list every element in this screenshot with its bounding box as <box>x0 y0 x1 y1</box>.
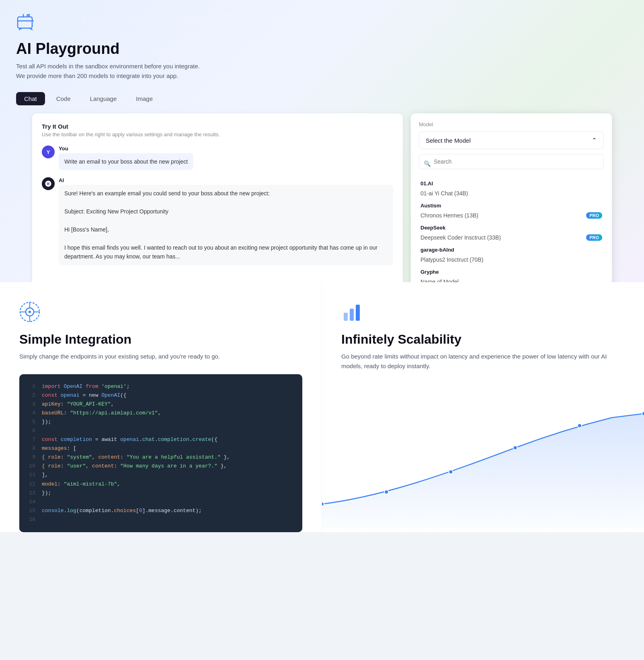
code-line: 14 <box>27 498 294 506</box>
search-icon: 🔍 <box>424 160 431 167</box>
user-message-bubble: Write an email to your boss about the ne… <box>59 153 193 170</box>
page-title: AI Playground <box>16 40 628 57</box>
scalability-title: Infinitely Scalability <box>341 332 625 347</box>
svg-point-14 <box>384 490 388 494</box>
svg-rect-12 <box>356 305 360 321</box>
page-subtitle: Test all API models in the sandbox envir… <box>16 61 628 81</box>
svg-point-13 <box>322 502 324 506</box>
code-line: 2const openai = new OpenAI({ <box>27 391 294 400</box>
scalability-icon <box>341 301 625 324</box>
svg-point-16 <box>513 446 517 450</box>
search-wrapper: 🔍 <box>419 154 604 173</box>
code-line: 13}); <box>27 489 294 498</box>
tab-image[interactable]: Image <box>128 92 161 105</box>
scalability-card: Infinitely Scalability Go beyond rate li… <box>322 282 644 533</box>
tab-language[interactable]: Language <box>82 92 125 105</box>
ai-avatar <box>42 177 55 190</box>
model-item[interactable]: Chronos Hermes (13B)PRO <box>419 209 604 221</box>
pro-badge: PRO <box>586 234 602 241</box>
model-item[interactable]: Name of Model <box>419 276 604 282</box>
model-item[interactable]: 01-ai Yi Chat (34B) <box>419 187 604 199</box>
try-it-sub: Use the toolbar on the right to apply va… <box>42 131 393 137</box>
integration-icon <box>19 301 302 324</box>
chat-area: Try It Out Use the toolbar on the right … <box>32 113 403 282</box>
user-message-row: Y You Write an email to your boss about … <box>42 146 393 170</box>
svg-rect-10 <box>344 313 348 321</box>
user-name: You <box>59 146 193 152</box>
code-line: 9 { role: "system", content: "You are a … <box>27 453 294 462</box>
code-block: 1import OpenAI from 'openai';2const open… <box>19 374 302 533</box>
model-list: 01.AI01-ai Yi Chat (34B)AustismChronos H… <box>419 177 604 282</box>
user-avatar: Y <box>42 146 55 158</box>
search-input[interactable] <box>419 154 604 169</box>
integration-title: Simple Integration <box>19 332 302 347</box>
tab-chat[interactable]: Chat <box>16 92 45 105</box>
lower-section: Simple Integration Simply change the end… <box>0 282 644 533</box>
code-line: 7const completion = await openai.chat.co… <box>27 435 294 444</box>
logo-icon <box>16 13 628 40</box>
code-line: 16 <box>27 515 294 524</box>
ai-message-row: AI Sure! Here's an example email you cou… <box>42 177 393 265</box>
code-line: 6 <box>27 426 294 435</box>
code-line: 3 apiKey: "YOUR_API-KEY", <box>27 400 294 409</box>
svg-point-15 <box>449 470 453 474</box>
model-group-label: Gryphe <box>419 266 604 276</box>
code-line: 12 model: "aiml-mistral-7b", <box>27 480 294 489</box>
code-line: 11 ], <box>27 471 294 480</box>
model-item[interactable]: Platypus2 Insctruct (70B) <box>419 254 604 266</box>
code-line: 15console.log(completion.choices[0].mess… <box>27 506 294 515</box>
integration-card: Simple Integration Simply change the end… <box>0 282 322 533</box>
model-item[interactable]: Deepseek Coder Insctruct (33B)PRO <box>419 232 604 244</box>
model-select-button[interactable]: Select the Model ⌃ <box>419 131 604 149</box>
code-line: 1import OpenAI from 'openai'; <box>27 382 294 391</box>
svg-point-5 <box>29 311 31 313</box>
tab-code[interactable]: Code <box>48 92 79 105</box>
chevron-up-icon: ⌃ <box>592 137 597 144</box>
model-group-label: 01.AI <box>419 177 604 187</box>
code-line: 10 { role: "user", content: "How many da… <box>27 462 294 471</box>
model-panel: Model Select the Model ⌃ 🔍 01.AI01-ai Yi… <box>411 113 612 282</box>
ai-message-bubble: Sure! Here's an example email you could … <box>59 185 393 265</box>
model-group-label: garage-bAInd <box>419 244 604 254</box>
code-line: 5}); <box>27 418 294 426</box>
code-line: 8 messages: [ <box>27 444 294 453</box>
model-group-label: Austism <box>419 199 604 209</box>
panel-model-label: Model <box>419 121 604 127</box>
ai-name: AI <box>59 177 393 183</box>
svg-rect-11 <box>350 309 354 321</box>
try-it-title: Try It Out <box>42 123 393 130</box>
scalability-desc: Go beyond rate limits without impact on … <box>341 352 625 371</box>
svg-rect-0 <box>18 17 32 28</box>
integration-desc: Simply change the endpoints in your exis… <box>19 352 302 361</box>
tabs-row: Chat Code Language Image <box>16 92 628 105</box>
model-group-label: DeepSeek <box>419 221 604 232</box>
code-line: 4 baseURL: "https://api.aimlapi.com/v1", <box>27 409 294 418</box>
svg-point-17 <box>578 424 582 428</box>
svg-point-18 <box>642 412 644 416</box>
pro-badge: PRO <box>586 212 602 219</box>
